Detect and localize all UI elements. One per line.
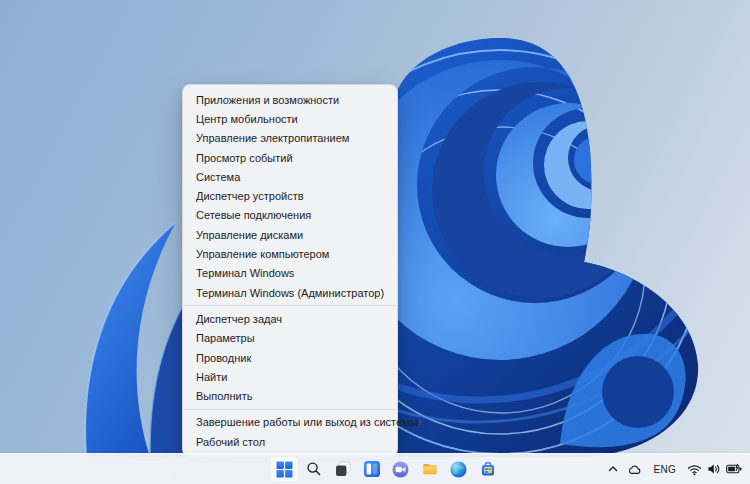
- menu-item-apps-and-features[interactable]: Приложения и возможности: [183, 90, 397, 109]
- task-view-icon: [335, 461, 351, 477]
- store-button[interactable]: [473, 456, 502, 482]
- volume-icon: [707, 462, 721, 476]
- start-button[interactable]: [270, 456, 299, 482]
- menu-item-event-viewer[interactable]: Просмотр событий: [183, 148, 397, 167]
- menu-item-label: Сетевые подключения: [196, 209, 311, 221]
- chat-button[interactable]: [386, 456, 415, 482]
- tray-overflow-button[interactable]: [603, 457, 623, 481]
- menu-item-label: Центр мобильности: [196, 113, 298, 125]
- menu-item-label: Рабочий стол: [196, 436, 265, 448]
- status-tray-button[interactable]: [683, 457, 746, 481]
- menu-item-mobility-center[interactable]: Центр мобильности: [183, 109, 397, 128]
- menu-separator: [184, 409, 396, 410]
- menu-item-label: Управление электропитанием: [196, 132, 349, 144]
- chevron-up-icon: [607, 463, 619, 475]
- menu-item-label: Система: [196, 171, 240, 183]
- menu-item-device-manager[interactable]: Диспетчер устройств: [183, 186, 397, 205]
- menu-item-label: Завершение работы или выход из системы: [196, 416, 418, 428]
- search-button[interactable]: [299, 456, 328, 482]
- task-view-button[interactable]: [328, 456, 357, 482]
- menu-item-label: Управление компьютером: [196, 248, 329, 260]
- menu-item-label: Выполнить: [196, 390, 252, 402]
- menu-item-search[interactable]: Найти: [183, 367, 397, 386]
- menu-item-power-options[interactable]: Управление электропитанием: [183, 129, 397, 148]
- wifi-icon: [687, 463, 702, 476]
- search-icon: [306, 461, 322, 477]
- menu-item-label: Проводник: [196, 352, 251, 364]
- submenu-chevron-icon: ›: [418, 415, 422, 428]
- folder-icon: [422, 461, 438, 477]
- edge-button[interactable]: [444, 456, 473, 482]
- taskbar-center-icons: [270, 456, 502, 482]
- taskbar: ENG: [0, 453, 750, 484]
- edge-browser-icon: [450, 461, 467, 478]
- menu-item-label: Параметры: [196, 332, 255, 344]
- system-tray: ENG: [603, 456, 746, 482]
- menu-item-system[interactable]: Система: [183, 167, 397, 186]
- file-explorer-button[interactable]: [415, 456, 444, 482]
- language-indicator[interactable]: ENG: [646, 457, 683, 481]
- language-label: ENG: [650, 464, 679, 475]
- menu-item-label: Терминал Windows: [196, 267, 294, 279]
- menu-item-label: Управление дисками: [196, 229, 303, 241]
- widgets-icon: [364, 461, 380, 477]
- menu-item-label: Найти: [196, 371, 227, 383]
- windows-logo-icon: [276, 461, 293, 478]
- menu-item-shutdown-or-sign-out[interactable]: Завершение работы или выход из системы ›: [183, 413, 397, 432]
- menu-item-file-explorer[interactable]: Проводник: [183, 348, 397, 367]
- menu-item-settings[interactable]: Параметры: [183, 329, 397, 348]
- menu-item-label: Приложения и возможности: [196, 94, 339, 106]
- winx-context-menu: Приложения и возможности Центр мобильнос…: [182, 84, 398, 457]
- onedrive-button[interactable]: [623, 457, 646, 481]
- onedrive-cloud-icon: [627, 464, 642, 475]
- menu-item-task-manager[interactable]: Диспетчер задач: [183, 309, 397, 328]
- menu-separator: [184, 305, 396, 306]
- menu-item-label: Диспетчер задач: [196, 313, 282, 325]
- menu-item-label: Терминал Windows (Администратор): [196, 287, 384, 299]
- chat-video-icon: [392, 461, 409, 478]
- menu-item-network-connections[interactable]: Сетевые подключения: [183, 206, 397, 225]
- battery-icon: [726, 463, 742, 475]
- menu-item-windows-terminal-admin[interactable]: Терминал Windows (Администратор): [183, 283, 397, 302]
- menu-item-run[interactable]: Выполнить: [183, 386, 397, 405]
- menu-item-windows-terminal[interactable]: Терминал Windows: [183, 264, 397, 283]
- menu-item-label: Просмотр событий: [196, 152, 293, 164]
- microsoft-store-icon: [480, 461, 496, 477]
- menu-item-computer-management[interactable]: Управление компьютером: [183, 244, 397, 263]
- menu-item-disk-management[interactable]: Управление дисками: [183, 225, 397, 244]
- menu-item-label: Диспетчер устройств: [196, 190, 304, 202]
- menu-item-desktop[interactable]: Рабочий стол: [183, 432, 397, 451]
- widgets-button[interactable]: [357, 456, 386, 482]
